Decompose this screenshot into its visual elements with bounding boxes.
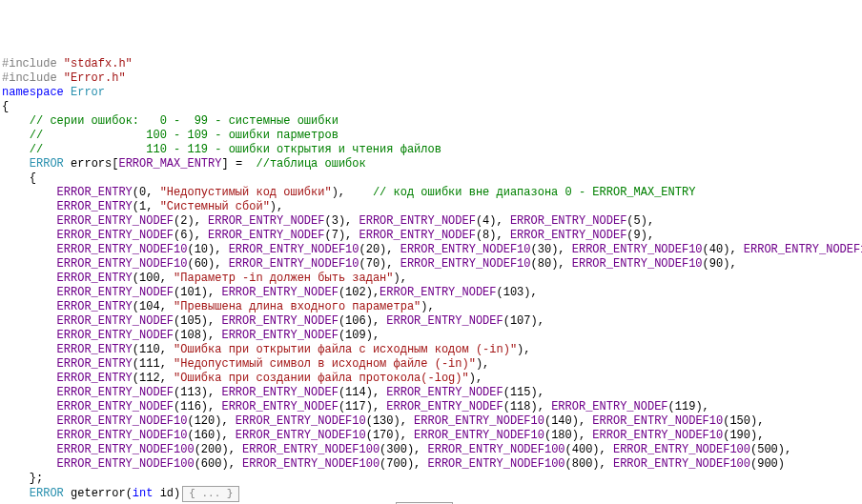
macro: ERROR_ENTRY_NODEF <box>57 329 174 342</box>
number-literal: 106 <box>345 314 366 328</box>
fn-geterror: geterror <box>71 487 126 500</box>
number-literal: 117 <box>345 400 366 413</box>
macro: ERROR_ENTRY_NODEF100 <box>613 443 750 456</box>
number-literal: 130 <box>373 414 394 428</box>
comment-line: //таблица ошибок <box>257 157 366 171</box>
number-literal: 80 <box>538 257 551 271</box>
number-literal: 116 <box>180 400 201 413</box>
macro: ERROR_ENTRY <box>57 186 133 199</box>
fold-region[interactable]: { ... } <box>182 486 239 502</box>
number-literal: 113 <box>180 386 201 399</box>
macro: ERROR_ENTRY_NODEF <box>380 286 496 299</box>
number-literal: 3 <box>332 214 339 228</box>
number-literal: 180 <box>551 429 572 442</box>
number-literal: 1 <box>139 200 146 213</box>
number-literal: 104 <box>139 300 160 313</box>
number-literal: 0 <box>139 186 146 199</box>
string-literal: "Превышена длина входного параметра" <box>174 300 421 313</box>
macro: ERROR_ENTRY_NODEF <box>57 400 174 413</box>
macro: ERROR_ENTRY_NODEF <box>386 314 503 328</box>
number-literal: 900 <box>757 457 778 471</box>
macro: ERROR_ENTRY_NODEF <box>221 386 338 399</box>
macro: ERROR_ENTRY_NODEF <box>510 214 626 228</box>
number-literal: 107 <box>510 314 531 328</box>
macro: ERROR_ENTRY_NODEF10 <box>236 429 366 442</box>
macro: ERROR_ENTRY_NODEF10 <box>572 243 703 256</box>
macro: ERROR_ENTRY_NODEF10 <box>236 414 366 428</box>
macro: ERROR_ENTRY_NODEF10 <box>572 257 703 271</box>
macro: ERROR_ENTRY <box>57 200 133 213</box>
string-literal: "Параметр -in должен быть задан" <box>174 272 393 285</box>
number-literal: 5 <box>634 214 641 228</box>
comment-line: // код ошибки вне диапазона 0 - ERROR_MA… <box>373 186 695 199</box>
number-literal: 114 <box>345 386 366 399</box>
code-editor[interactable]: #include "stdafx.h" #include "Error.h" n… <box>0 57 862 504</box>
macro: ERROR_ENTRY <box>57 357 133 371</box>
include-path-2: "Error.h" <box>64 71 126 85</box>
number-literal: 800 <box>572 457 593 471</box>
macro: ERROR_ENTRY_NODEF100 <box>242 457 380 471</box>
comment-line: // серии ошибок: 0 - 99 - системные ошиб… <box>30 114 339 128</box>
number-literal: 110 <box>139 343 160 356</box>
macro: ERROR_ENTRY_NODEF <box>386 386 503 399</box>
number-literal: 170 <box>373 429 394 442</box>
number-literal: 8 <box>482 229 489 242</box>
macro: ERROR_ENTRY_NODEF10 <box>400 243 531 256</box>
macro: ERROR_ENTRY_NODEF <box>57 229 174 242</box>
macro: ERROR_ENTRY_NODEF10 <box>229 243 359 256</box>
number-literal: 40 <box>709 243 723 256</box>
string-literal: "Ошибка при создании файла протокола(-lo… <box>174 372 469 385</box>
preproc-include: #include <box>2 57 57 71</box>
comment-line: // 110 - 119 - ошибки открытия и чтения … <box>30 143 441 156</box>
number-literal: 7 <box>332 229 339 242</box>
number-literal: 200 <box>201 443 222 456</box>
number-literal: 400 <box>572 443 593 456</box>
number-literal: 20 <box>366 243 380 256</box>
number-literal: 9 <box>634 229 641 242</box>
keyword-namespace: namespace <box>2 86 64 99</box>
macro: ERROR_ENTRY_NODEF10 <box>57 429 188 442</box>
macro: ERROR_ENTRY_NODEF100 <box>428 443 565 456</box>
type-name: ERROR <box>30 487 64 500</box>
number-literal: 103 <box>503 286 524 299</box>
number-literal: 190 <box>729 429 750 442</box>
macro: ERROR_ENTRY_NODEF10 <box>592 414 723 428</box>
number-literal: 140 <box>551 414 572 428</box>
macro: ERROR_ENTRY_NODEF10 <box>592 429 723 442</box>
macro: ERROR_ENTRY_NODEF <box>551 400 667 413</box>
number-literal: 105 <box>180 314 201 328</box>
macro: ERROR_ENTRY_NODEF <box>221 400 338 413</box>
number-literal: 108 <box>180 329 201 342</box>
macro: ERROR_ENTRY_NODEF10 <box>400 257 531 271</box>
macro: ERROR_ENTRY_NODEF10 <box>57 257 188 271</box>
number-literal: 118 <box>510 400 531 413</box>
macro: ERROR_ENTRY_NODEF100 <box>57 457 195 471</box>
macro: ERROR_ENTRY_NODEF <box>359 229 475 242</box>
array-name: errors <box>71 157 112 171</box>
macro: ERROR_ENTRY_NODEF <box>359 214 475 228</box>
macro: ERROR_ENTRY_NODEF <box>221 329 338 342</box>
number-literal: 102 <box>345 286 366 299</box>
number-literal: 150 <box>729 414 750 428</box>
macro: ERROR_ENTRY_NODEF10 <box>744 243 862 256</box>
number-literal: 30 <box>538 243 551 256</box>
number-literal: 10 <box>195 243 208 256</box>
type-name: ERROR <box>30 157 64 171</box>
macro: ERROR_ENTRY_NODEF100 <box>57 443 195 456</box>
number-literal: 2 <box>180 214 187 228</box>
macro: ERROR_ENTRY_NODEF <box>57 386 174 399</box>
macro: ERROR_ENTRY <box>57 343 133 356</box>
macro: ERROR_ENTRY_NODEF <box>57 314 174 328</box>
macro: ERROR_ENTRY_NODEF <box>57 214 174 228</box>
number-literal: 119 <box>675 400 696 413</box>
number-literal: 111 <box>139 357 160 371</box>
macro: ERROR_ENTRY_NODEF100 <box>613 457 750 471</box>
macro: ERROR_ENTRY_NODEF <box>208 214 324 228</box>
number-literal: 500 <box>757 443 778 456</box>
macro: ERROR_ENTRY_NODEF <box>510 229 626 242</box>
macro: ERROR_ENTRY_NODEF <box>57 286 174 299</box>
namespace-name: Error <box>71 86 105 99</box>
preproc-include: #include <box>2 71 57 85</box>
macro: ERROR_ENTRY <box>57 300 133 313</box>
param-id: id <box>160 487 174 500</box>
